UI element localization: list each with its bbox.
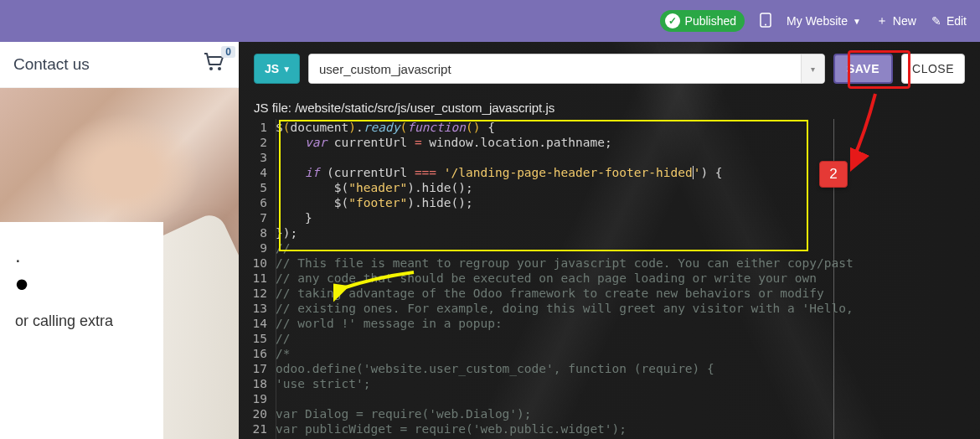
language-label: JS [265,62,279,75]
line-content[interactable]: $("footer").hide(); [276,195,980,210]
line-content[interactable]: // This file is meant to regroup your ja… [276,256,980,271]
code-line[interactable]: 13// existing ones. For example, doing t… [239,301,980,316]
code-line[interactable]: 10// This file is meant to regroup your … [239,256,980,271]
contact-link[interactable]: Contact us [13,55,90,74]
line-content[interactable]: var currentUrl = window.location.pathnam… [276,135,980,150]
line-number: 14 [239,316,276,331]
mobile-icon [760,13,771,30]
website-preview: Contact us 0 . • or calling extra [0,42,239,439]
published-label: Published [685,14,737,28]
code-line[interactable]: 20var Dialog = require('web.Dialog'); [239,406,980,421]
new-button[interactable]: ＋ New [876,13,916,28]
line-number: 11 [239,271,276,286]
line-content[interactable]: odoo.define('website.user_custom_code', … [276,361,980,376]
line-content[interactable]: // any code that should be executed on e… [276,271,980,286]
language-select-button[interactable]: JS ▼ [254,54,300,84]
line-number: 7 [239,210,276,225]
line-number: 19 [239,391,276,406]
line-content[interactable]: 'use strict'; [276,376,980,391]
line-content[interactable]: $("header").hide(); [276,180,980,195]
edit-label: Edit [946,14,967,28]
hero-card: . • or calling extra [0,222,163,439]
plus-icon: ＋ [876,13,888,28]
bullet-icon: • [15,279,148,291]
check-icon: ✓ [665,13,680,28]
code-line[interactable]: 18'use strict'; [239,376,980,391]
code-line[interactable]: 11// any code that should be executed on… [239,271,980,286]
line-content[interactable]: var publicWidget = require('web.public.w… [276,421,980,436]
site-label: My Website [787,14,848,28]
save-button[interactable]: SAVE [833,54,893,84]
line-number: 16 [239,346,276,361]
chevron-down-icon: ▾ [811,65,815,74]
line-content[interactable]: }); [276,225,980,240]
line-content[interactable] [276,391,980,406]
svg-point-1 [765,23,766,25]
line-number: 2 [239,135,276,150]
hero-subtext-truncated: or calling extra [15,312,148,330]
code-line[interactable]: 9// [239,240,980,256]
mobile-preview-button[interactable] [760,13,771,30]
line-content[interactable]: // world !' message in a popup: [276,316,980,331]
close-button[interactable]: CLOSE [901,54,965,84]
code-line[interactable]: 19 [239,391,980,406]
line-content[interactable]: // existing ones. For example, doing thi… [276,301,980,316]
line-number: 21 [239,421,276,436]
line-content[interactable]: // [276,240,980,256]
line-number: 9 [239,240,276,256]
line-number: 15 [239,331,276,346]
line-content[interactable]: // [276,331,980,346]
code-line[interactable]: 14// world !' message in a popup: [239,316,980,331]
line-number: 3 [239,150,276,165]
code-line[interactable]: 3 [239,150,980,165]
edit-button[interactable]: ✎ Edit [931,14,967,28]
code-line[interactable]: 12// taking advantage of the Odoo framew… [239,286,980,301]
line-content[interactable]: var Dialog = require('web.Dialog'); [276,406,980,421]
line-number: 13 [239,301,276,316]
chevron-down-icon: ▼ [853,17,861,26]
chevron-down-icon: ▼ [282,65,291,74]
code-line[interactable]: 6 $("footer").hide(); [239,195,980,210]
hero-image: . • or calling extra [0,88,239,439]
line-number: 8 [239,225,276,240]
line-content[interactable]: } [276,210,980,225]
svg-point-2 [209,67,213,70]
code-line[interactable]: 8}); [239,225,980,240]
line-content[interactable]: $(document).ready(function() { [276,120,980,135]
website-nav: Contact us 0 [0,42,239,88]
code-line[interactable]: 1$(document).ready(function() { [239,120,980,135]
line-number: 18 [239,376,276,391]
code-line[interactable]: 4 if (currentUrl === '/landing-page-head… [239,165,980,180]
line-content[interactable] [276,150,980,165]
line-number: 10 [239,256,276,271]
file-select[interactable]: ▾ [308,54,825,84]
cart-count-badge: 0 [221,46,235,58]
site-selector[interactable]: My Website ▼ [787,14,861,28]
line-number: 20 [239,406,276,421]
new-label: New [893,14,916,28]
code-line[interactable]: 16/* [239,346,980,361]
line-content[interactable]: // taking advantage of the Odoo framewor… [276,286,980,301]
line-number: 4 [239,165,276,180]
line-number: 6 [239,195,276,210]
file-path-label: JS file: /website/static/src/js/user_cus… [239,96,980,120]
line-number: 1 [239,120,276,135]
code-line[interactable]: 21var publicWidget = require('web.public… [239,421,980,436]
line-content[interactable]: /* [276,346,980,361]
code-line[interactable]: 2 var currentUrl = window.location.pathn… [239,135,980,150]
code-line[interactable]: 17odoo.define('website.user_custom_code'… [239,361,980,376]
line-number: 12 [239,286,276,301]
line-content[interactable]: if (currentUrl === '/landing-page-header… [276,165,980,180]
line-number: 5 [239,180,276,195]
code-area[interactable]: 1$(document).ready(function() {2 var cur… [239,120,980,436]
code-editor-panel: JS ▼ ▾ SAVE CLOSE JS file: /website/stat… [239,42,980,439]
code-line[interactable]: 5 $("header").hide(); [239,180,980,195]
file-select-dropdown[interactable]: ▾ [801,54,824,83]
cart-button[interactable]: 0 [204,53,225,76]
editor-toolbar: JS ▼ ▾ SAVE CLOSE [239,42,980,96]
pencil-icon: ✎ [931,14,941,28]
file-select-input[interactable] [309,54,801,83]
code-line[interactable]: 15// [239,331,980,346]
code-line[interactable]: 7 } [239,210,980,225]
published-toggle[interactable]: ✓ Published [660,10,745,32]
